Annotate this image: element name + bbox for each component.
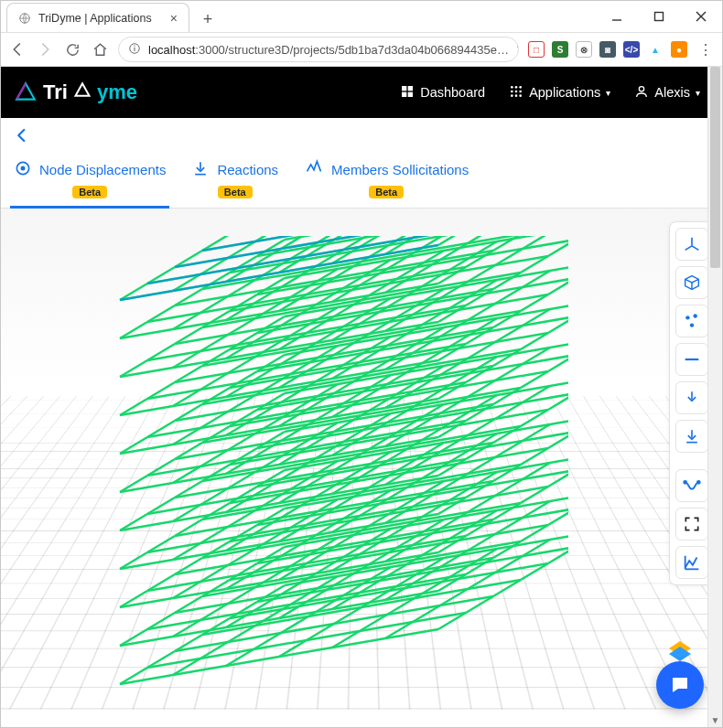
vertical-scrollbar[interactable]: ▲ ▼ <box>707 67 722 727</box>
nav-applications[interactable]: Applications ▾ <box>500 79 620 107</box>
extension-icon[interactable]: ⊗ <box>576 41 592 58</box>
nav-dashboard[interactable]: Dashboard <box>391 79 494 107</box>
tool-fullscreen[interactable] <box>675 508 708 541</box>
svg-line-450 <box>550 377 568 386</box>
extension-icon[interactable]: ◙ <box>599 41 616 58</box>
browser-toolbar: localhost:3000/structure3D/projects/5db1… <box>1 32 722 67</box>
svg-point-1041 <box>690 323 694 327</box>
svg-line-198 <box>550 492 568 501</box>
tab-label: Members Sollicitations <box>331 162 469 177</box>
tool-export[interactable] <box>675 381 708 414</box>
window-close-button[interactable] <box>680 3 722 30</box>
address-bar[interactable]: localhost:3000/structure3D/projects/5db1… <box>118 37 519 62</box>
wave-icon <box>304 159 324 180</box>
beta-badge: Beta <box>218 186 253 198</box>
extension-icon[interactable]: ● <box>671 41 687 58</box>
info-icon <box>128 42 141 58</box>
tab-reactions[interactable]: Reactions Beta <box>191 159 278 208</box>
viewport-3d[interactable]: {"cols":7,"rows":7,"floors":11,"ox":70,"… <box>1 209 722 727</box>
svg-point-1043 <box>684 481 686 484</box>
svg-line-282 <box>550 454 568 463</box>
globe-icon <box>18 12 31 25</box>
back-button[interactable] <box>8 40 27 59</box>
svg-line-618 <box>550 300 568 309</box>
brand-text-b: yme <box>97 80 137 104</box>
extension-icon[interactable]: S <box>552 41 568 58</box>
beta-badge: Beta <box>72 186 107 198</box>
tab-node-displacements[interactable]: Node Displacements Beta <box>14 159 166 208</box>
tool-nodes[interactable] <box>675 305 708 337</box>
logo-icon <box>14 80 38 104</box>
new-tab-button[interactable]: + <box>195 6 221 32</box>
svg-point-7 <box>134 45 135 46</box>
view-toolbox <box>669 221 713 585</box>
tool-axes[interactable] <box>675 228 708 261</box>
svg-point-21 <box>640 86 644 91</box>
svg-point-12 <box>511 86 513 89</box>
tab-title: TriDyme | Applications <box>38 12 152 25</box>
browser-menu-button[interactable]: ⋮ <box>696 41 715 59</box>
beta-badge: Beta <box>369 186 404 198</box>
person-icon <box>634 84 649 102</box>
apps-icon <box>509 84 523 102</box>
close-tab-icon[interactable]: × <box>170 11 178 26</box>
svg-rect-9 <box>408 86 413 91</box>
browser-tabstrip: TriDyme | Applications × + <box>1 1 221 32</box>
back-chevron-button[interactable] <box>14 127 30 147</box>
svg-line-114 <box>550 530 568 540</box>
app-header: Tri yme Dashboard <box>1 67 722 118</box>
caret-down-icon: ▾ <box>606 88 610 98</box>
tool-results-chart[interactable] <box>675 546 708 579</box>
svg-point-16 <box>515 90 518 92</box>
tab-label: Node Displacements <box>39 162 166 177</box>
home-button[interactable] <box>91 40 109 59</box>
brand-logo[interactable]: Tri yme <box>14 80 137 104</box>
scroll-down-arrow[interactable]: ▼ <box>708 712 722 727</box>
svg-point-19 <box>515 94 518 97</box>
analysis-tabs: Node Displacements Beta Reactions Beta <box>1 148 722 209</box>
brand-text-a: Tri <box>43 80 68 104</box>
extensions-row: □ S ⊗ ◙ </> ▲ ● <box>528 41 687 58</box>
svg-rect-8 <box>402 86 406 91</box>
svg-point-17 <box>519 90 522 92</box>
svg-rect-11 <box>408 91 413 96</box>
svg-point-1044 <box>697 481 700 484</box>
svg-point-18 <box>511 94 513 97</box>
svg-line-366 <box>550 415 568 424</box>
svg-point-14 <box>519 86 522 89</box>
svg-rect-2 <box>655 13 664 21</box>
tab-members-sollicitations[interactable]: Members Sollicitations Beta <box>304 159 469 208</box>
target-icon <box>14 159 32 180</box>
svg-rect-10 <box>402 91 406 96</box>
svg-line-534 <box>550 338 568 348</box>
window-minimize-button[interactable] <box>596 3 638 30</box>
caret-down-icon: ▾ <box>696 88 700 98</box>
svg-point-23 <box>21 166 24 169</box>
structure-model: {"cols":7,"rows":7,"floors":11,"ox":70,"… <box>56 236 568 712</box>
reload-button[interactable] <box>63 40 81 59</box>
svg-point-1039 <box>685 316 689 319</box>
browser-tab[interactable]: TriDyme | Applications × <box>6 3 189 32</box>
url-text: localhost:3000/structure3D/projects/5db1… <box>148 43 509 57</box>
window-maximize-button[interactable] <box>638 3 680 30</box>
scroll-thumb[interactable] <box>710 67 720 268</box>
forward-button[interactable] <box>36 40 54 59</box>
chat-fab[interactable] <box>656 661 704 709</box>
nav-user[interactable]: Alexis ▾ <box>625 79 709 107</box>
extension-icon[interactable]: □ <box>528 41 545 58</box>
bookmark-icon[interactable] <box>516 41 519 59</box>
download-icon <box>191 159 210 180</box>
tab-label: Reactions <box>217 162 278 177</box>
svg-line-702 <box>550 262 568 271</box>
tool-import[interactable] <box>675 420 708 453</box>
tool-box-view[interactable] <box>675 266 708 299</box>
dashboard-icon <box>400 84 415 102</box>
svg-point-20 <box>519 94 522 97</box>
extension-icon[interactable]: </> <box>623 41 640 58</box>
brand-triangle-icon <box>73 80 92 104</box>
svg-point-15 <box>511 90 513 92</box>
svg-point-13 <box>515 86 518 89</box>
tool-deflection[interactable] <box>675 469 708 502</box>
extension-icon[interactable]: ▲ <box>647 41 664 58</box>
tool-line[interactable] <box>675 343 708 376</box>
